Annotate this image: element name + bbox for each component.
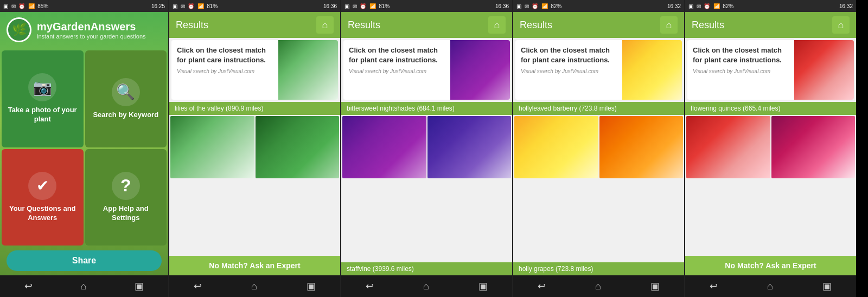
status-bar-results-1: ▣ ✉ ⏰ 📶 81% 16:36 — [169, 0, 340, 12]
nav-bar-results-4: ↩ ⌂ ▣ — [685, 275, 856, 297]
app-title: myGardenAnswers — [37, 21, 146, 33]
top-result-image-2 — [450, 40, 510, 100]
top-result-card-3[interactable]: Click on the closest match for plant car… — [515, 40, 682, 100]
result-label-2-2[interactable]: staffvine (3939.6 miles) — [341, 262, 512, 275]
result-image-b-3[interactable] — [599, 116, 684, 178]
back-button-results-3[interactable]: ↩ — [538, 280, 546, 292]
result-label-1-4[interactable]: flowering quinces (665.4 miles) — [685, 102, 856, 115]
top-result-text-4: Click on the closest match for plant car… — [687, 40, 794, 100]
nav-bar-results-1: ↩ ⌂ ▣ — [169, 275, 340, 297]
home-icon-btn-3[interactable]: ⌂ — [660, 16, 678, 34]
status-time-2: 16:36 — [495, 3, 509, 9]
visual-search-1: Visual search by JustVisual.com — [177, 68, 273, 74]
phone-panel-results-2: ▣ ✉ ⏰ 📶 81% 16:36 Results ⌂ Click on the… — [341, 0, 512, 297]
result-image-a-2[interactable] — [342, 116, 426, 178]
instruction-text-3: Click on the closest match for plant car… — [521, 46, 617, 65]
home-button-results-3[interactable]: ⌂ — [595, 281, 601, 292]
recent-button-results-3[interactable]: ▣ — [650, 280, 660, 292]
status-time-4: 16:32 — [839, 3, 853, 9]
nav-bar-main: ↩ ⌂ ▣ — [0, 275, 168, 297]
result-image-b-4[interactable] — [771, 116, 856, 178]
home-button[interactable]: ⌂ — [81, 281, 87, 292]
result-label-2-3[interactable]: holly grapes (723.8 miles) — [513, 262, 684, 275]
status-icons-1: ▣ ✉ ⏰ 📶 81% — [173, 3, 218, 9]
home-icon-btn-4[interactable]: ⌂ — [832, 16, 850, 34]
phone-panel-results-1: ▣ ✉ ⏰ 📶 81% 16:36 Results ⌂ Click on the… — [169, 0, 340, 297]
result-image-a-3[interactable] — [514, 116, 598, 178]
results-header-2: Results ⌂ — [341, 12, 512, 38]
home-button-results-4[interactable]: ⌂ — [767, 281, 773, 292]
phone-panel-results-3: ▣ ✉ ⏰ 📶 82% 16:32 Results ⌂ Click on the… — [513, 0, 684, 297]
top-result-card-2[interactable]: Click on the closest match for plant car… — [343, 40, 510, 100]
app-header: 🌿 myGardenAnswers instant answers to you… — [0, 12, 168, 48]
top-result-card-4[interactable]: Click on the closest match for plant car… — [687, 40, 854, 100]
result-label-1-2[interactable]: bittersweet nightshades (684.1 miles) — [341, 102, 512, 115]
no-match-button-1[interactable]: No Match? Ask an Expert — [169, 256, 340, 275]
status-time-1: 16:36 — [323, 3, 337, 9]
home-icon-btn-1[interactable]: ⌂ — [316, 16, 334, 34]
status-left-4: ▣ ✉ ⏰ 📶 82% — [688, 3, 733, 9]
search-icon: 🔍 — [112, 78, 140, 106]
status-bar-results-3: ▣ ✉ ⏰ 📶 82% 16:32 — [513, 0, 684, 12]
result-image-b-1[interactable] — [256, 116, 340, 178]
visual-search-3: Visual search by JustVisual.com — [521, 68, 617, 74]
back-button-results-2[interactable]: ↩ — [366, 280, 374, 292]
results-title-3: Results — [520, 20, 552, 31]
results-title-1: Results — [176, 20, 208, 31]
results-header-4: Results ⌂ — [685, 12, 856, 38]
status-bar-results-2: ▣ ✉ ⏰ 📶 81% 16:36 — [341, 0, 512, 12]
instruction-text-1: Click on the closest match for plant car… — [177, 46, 273, 65]
result-label-1-3[interactable]: hollyleaved barberry (723.8 miles) — [513, 102, 684, 115]
back-button-results-4[interactable]: ↩ — [710, 280, 718, 292]
home-button-results-2[interactable]: ⌂ — [423, 281, 429, 292]
status-icons-3: ▣ ✉ ⏰ 📶 82% — [516, 3, 561, 9]
app-subtitle: instant answers to your garden questions — [37, 33, 146, 40]
home-button-results-1[interactable]: ⌂ — [251, 281, 257, 292]
results-title-2: Results — [348, 20, 380, 31]
search-keyword-label: Search by Keyword — [93, 111, 158, 120]
status-bar-results-4: ▣ ✉ ⏰ 📶 82% 16:32 — [685, 0, 856, 12]
app-help-label: App Help and Settings — [90, 204, 163, 223]
checkmark-icon: ✔ — [28, 172, 56, 200]
no-match-button-4[interactable]: No Match? Ask an Expert — [685, 256, 856, 275]
result-images-grid-4 — [685, 115, 856, 256]
top-result-image-3 — [622, 40, 682, 100]
status-bar-main: ▣ ✉ ⏰ 📶 85% 16:25 — [0, 0, 168, 12]
top-result-image-4 — [794, 40, 854, 100]
back-button[interactable]: ↩ — [24, 280, 33, 292]
status-icons-4: ▣ ✉ ⏰ 📶 82% — [688, 3, 733, 9]
recent-button[interactable]: ▣ — [135, 280, 144, 292]
take-photo-label: Take a photo of your plant — [6, 106, 79, 124]
recent-button-results-2[interactable]: ▣ — [478, 280, 488, 292]
app-help-button[interactable]: ? App Help and Settings — [85, 149, 167, 246]
top-result-text-1: Click on the closest match for plant car… — [171, 40, 278, 100]
take-photo-button[interactable]: 📷 Take a photo of your plant — [2, 50, 84, 147]
instruction-text-2: Click on the closest match for plant car… — [349, 46, 445, 65]
result-image-a-1[interactable] — [170, 116, 254, 178]
search-keyword-button[interactable]: 🔍 Search by Keyword — [85, 50, 167, 147]
status-left-2: ▣ ✉ ⏰ 📶 81% — [344, 3, 390, 9]
top-result-text-3: Click on the closest match for plant car… — [515, 40, 622, 100]
status-left-1: ▣ ✉ ⏰ 📶 81% — [173, 3, 218, 9]
app-title-block: myGardenAnswers instant answers to your … — [37, 21, 146, 40]
visual-search-4: Visual search by JustVisual.com — [693, 68, 789, 74]
instruction-text-4: Click on the closest match for plant car… — [693, 46, 789, 65]
top-result-text-2: Click on the closest match for plant car… — [343, 40, 450, 100]
camera-icon: 📷 — [28, 73, 56, 101]
result-image-b-2[interactable] — [427, 116, 512, 178]
result-images-grid-2 — [341, 115, 512, 262]
phone-panel-main: ▣ ✉ ⏰ 📶 85% 16:25 🌿 myGardenAnswers inst… — [0, 0, 168, 297]
recent-button-results-4[interactable]: ▣ — [822, 280, 832, 292]
status-icons: ▣ ✉ ⏰ 📶 85% — [3, 3, 48, 9]
app-logo: 🌿 — [7, 17, 31, 42]
status-left-3: ▣ ✉ ⏰ 📶 82% — [516, 3, 561, 9]
share-button[interactable]: Share — [7, 250, 162, 271]
questions-answers-button[interactable]: ✔ Your Questions and Answers — [2, 149, 84, 246]
top-result-card-1[interactable]: Click on the closest match for plant car… — [171, 40, 338, 100]
visual-search-2: Visual search by JustVisual.com — [349, 68, 445, 74]
recent-button-results-1[interactable]: ▣ — [307, 280, 316, 292]
home-icon-btn-2[interactable]: ⌂ — [488, 16, 506, 34]
result-image-a-4[interactable] — [686, 116, 770, 178]
result-label-1-1[interactable]: lilies of the valley (890.9 miles) — [169, 102, 340, 115]
back-button-results-1[interactable]: ↩ — [194, 280, 202, 292]
